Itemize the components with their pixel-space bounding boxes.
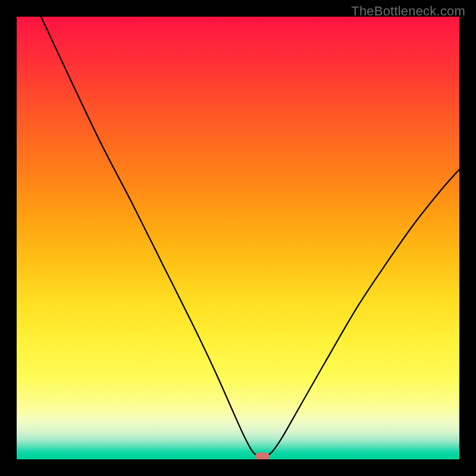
curve-svg xyxy=(17,17,459,459)
bottleneck-curve xyxy=(41,17,459,457)
min-marker xyxy=(255,452,270,459)
chart-frame: TheBottleneck.com xyxy=(0,0,476,476)
watermark-text: TheBottleneck.com xyxy=(351,4,465,19)
plot-area xyxy=(17,17,459,459)
